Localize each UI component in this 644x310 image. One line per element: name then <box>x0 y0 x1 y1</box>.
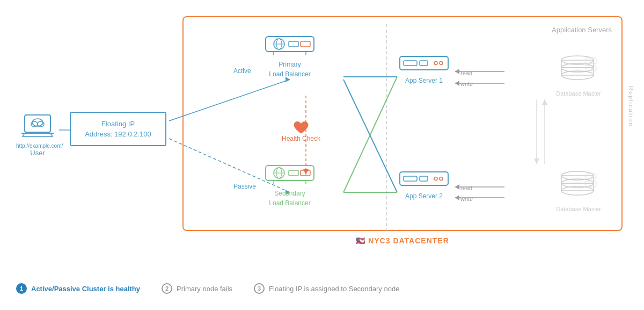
svg-point-26 <box>31 121 38 127</box>
app-server-1-icon <box>397 54 451 73</box>
svg-point-53 <box>434 177 437 181</box>
app-server-2-node: App Server 2 <box>397 169 451 200</box>
step-1-badge: 1 <box>16 283 27 294</box>
app-server-1-read: read <box>460 70 472 76</box>
svg-rect-58 <box>561 68 594 75</box>
svg-rect-47 <box>420 61 428 66</box>
datacenter-label: 🇺🇸 NYC3 DATACENTER <box>182 236 623 245</box>
svg-rect-46 <box>404 61 417 66</box>
datacenter-name: NYC3 DATACENTER <box>368 236 449 245</box>
step-1: 1 Active/Passive Cluster is healthy <box>16 283 140 294</box>
app-servers-label: Application Servers <box>552 26 612 34</box>
svg-rect-56 <box>561 60 594 68</box>
app-server-2-write: write <box>460 196 473 202</box>
svg-rect-45 <box>400 56 448 70</box>
svg-point-49 <box>440 62 443 65</box>
db-master-2-label: Database Master <box>556 206 601 212</box>
svg-rect-37 <box>266 165 314 181</box>
secondary-lb-node: Secondary Load Balancer <box>263 161 317 207</box>
step-3: 3 Floating IP is assigned to Secondary n… <box>254 283 399 294</box>
user-label: User <box>16 149 59 157</box>
health-check: Health Check <box>282 121 320 142</box>
svg-rect-65 <box>561 183 594 191</box>
app-server-1-label: App Server 1 <box>397 77 451 84</box>
svg-rect-42 <box>301 170 310 176</box>
db-master-2-icon <box>556 169 599 201</box>
svg-rect-34 <box>301 41 310 47</box>
secondary-lb-icon <box>263 161 317 185</box>
svg-rect-50 <box>400 172 448 185</box>
svg-rect-63 <box>561 176 594 183</box>
svg-rect-41 <box>289 170 298 176</box>
secondary-lb-label2: Load Balancer <box>263 199 317 207</box>
secondary-lb-label1: Secondary <box>263 190 317 197</box>
datacenter-flag: 🇺🇸 <box>356 236 365 245</box>
step-3-badge: 3 <box>254 283 265 294</box>
primary-lb-label1: Primary <box>263 61 317 68</box>
user-node: http://example.com/ User <box>16 113 59 157</box>
primary-lb-label2: Load Balancer <box>263 70 317 78</box>
app-server-2-read: read <box>460 185 472 191</box>
passive-label: Passive <box>233 183 256 190</box>
svg-rect-29 <box>266 37 314 52</box>
svg-point-54 <box>440 177 443 181</box>
app-server-1-node: App Server 1 <box>397 54 451 84</box>
health-check-label: Health Check <box>282 135 320 142</box>
active-label: Active <box>233 67 251 75</box>
heart-icon <box>293 121 309 135</box>
svg-point-48 <box>434 62 437 65</box>
step-2-badge: 2 <box>162 283 172 294</box>
app-server-2-icon <box>397 169 451 188</box>
step-2-text: Primary node fails <box>177 285 232 293</box>
floating-ip-address: Address: 192.0.2.100 <box>85 129 151 140</box>
db-master-1-icon <box>556 54 599 86</box>
diagram-container: http://example.com/ User Floating IP Add… <box>0 0 644 310</box>
step-1-text: Active/Passive Cluster is healthy <box>31 285 140 293</box>
db-master-1-label: Database Master <box>556 90 601 97</box>
floating-ip-box: Floating IP Address: 192.0.2.100 <box>70 112 166 146</box>
step-3-text: Floating IP is assigned to Secondary nod… <box>269 285 399 293</box>
db-master-2-node: Database Master <box>556 169 601 212</box>
svg-rect-51 <box>404 176 417 181</box>
floating-ip-title: Floating IP <box>101 119 135 129</box>
step-2: 2 Primary node fails <box>162 283 232 294</box>
primary-lb-node: Primary Load Balancer <box>263 32 317 78</box>
laptop-icon <box>20 113 55 139</box>
db-master-1-node: Database Master <box>556 54 601 97</box>
svg-rect-52 <box>420 176 428 181</box>
steps-container: 1 Active/Passive Cluster is healthy 2 Pr… <box>16 283 399 294</box>
svg-point-27 <box>38 121 44 127</box>
app-server-2-label: App Server 2 <box>397 192 451 200</box>
user-url: http://example.com/ <box>16 143 59 149</box>
app-server-1-write: write <box>460 81 473 87</box>
primary-lb-icon <box>263 32 317 56</box>
replication-label: Replication <box>628 86 634 127</box>
svg-rect-33 <box>289 41 298 47</box>
